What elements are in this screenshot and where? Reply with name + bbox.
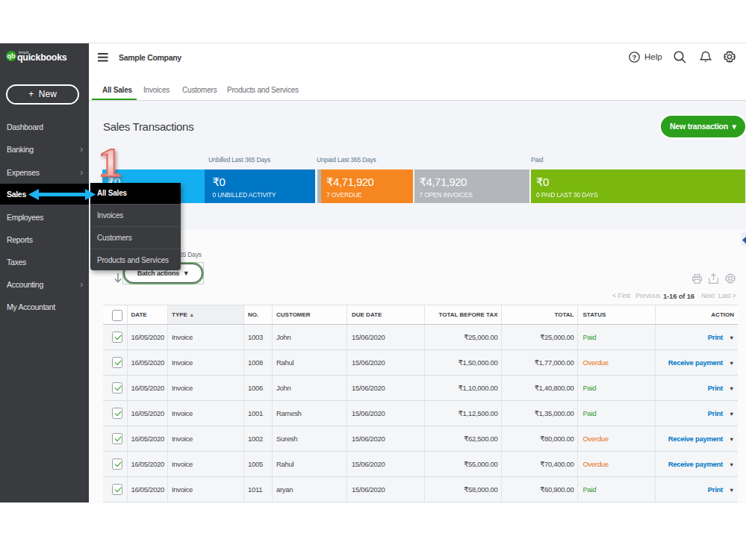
svg-text:?: ? xyxy=(632,53,637,61)
